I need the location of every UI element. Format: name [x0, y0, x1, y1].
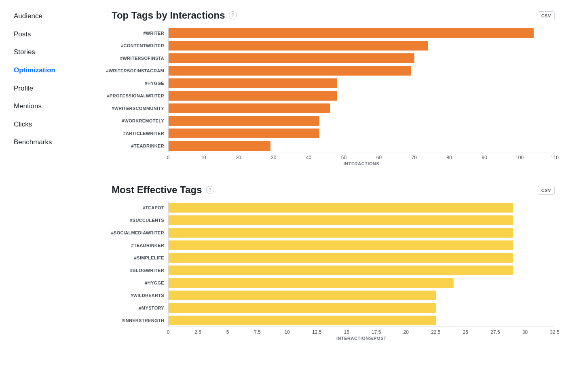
- bar: [169, 215, 513, 225]
- axis-tick: 100: [515, 155, 524, 160]
- help-icon[interactable]: ?: [206, 186, 214, 194]
- panel-title: Most Effective Tags: [112, 184, 202, 196]
- bar: [169, 253, 513, 263]
- axis-tick: 17.5: [372, 329, 381, 335]
- axis-tick: 40: [306, 155, 311, 160]
- axis-tick: 15: [344, 329, 349, 335]
- sidebar-item-audience[interactable]: Audience: [0, 7, 100, 25]
- bar: [169, 66, 411, 76]
- export-csv-button[interactable]: CSV: [538, 186, 555, 195]
- main-content: Top Tags by Interactions ? CSV #WRITER#C…: [100, 0, 566, 392]
- bar-category-label: #ARTICLEWRITER: [112, 127, 168, 139]
- axis-tick: 10: [284, 329, 289, 335]
- sidebar-item-optimization[interactable]: Optimization: [0, 61, 100, 80]
- bar-category-label: #TEAPOT: [112, 201, 168, 214]
- axis-tick: 90: [482, 155, 487, 160]
- bar: [169, 91, 337, 101]
- export-csv-button[interactable]: CSV: [538, 11, 555, 20]
- bar-category-label: #TEADRINKER: [112, 239, 168, 251]
- axis-tick: 110: [551, 155, 559, 160]
- axis-tick: 10: [201, 155, 206, 160]
- sidebar-item-stories[interactable]: Stories: [0, 43, 100, 61]
- bar: [169, 53, 414, 63]
- bar-category-label: #HYGGE: [112, 77, 168, 89]
- axis-tick: 30: [522, 329, 528, 335]
- bar: [169, 228, 513, 238]
- bar-category-label: #INNERSTRENGTH: [112, 314, 168, 327]
- bar-category-label: #WRITER: [112, 27, 168, 39]
- help-icon[interactable]: ?: [229, 11, 237, 19]
- panel-title: Top Tags by Interactions: [112, 10, 225, 21]
- axis-tick: 60: [376, 155, 382, 160]
- sidebar-item-profile[interactable]: Profile: [0, 80, 100, 98]
- axis-tick: 0: [167, 155, 170, 160]
- axis-tick: 70: [412, 155, 417, 160]
- axis-label: INTERACTIONS/POST: [336, 336, 386, 341]
- axis-tick: 7.5: [254, 329, 261, 335]
- bar-category-label: #WILDHEARTS: [112, 289, 168, 301]
- bar: [169, 78, 337, 88]
- sidebar-item-posts[interactable]: Posts: [0, 25, 100, 44]
- axis-tick: 5: [226, 329, 229, 335]
- chart-effective-tags: #TEAPOT#SUCCULENTS#SOCIALMEDIAWRITER#TEA…: [112, 201, 555, 343]
- bar-category-label: #BLOGWRITER: [112, 264, 168, 276]
- axis-tick: 30: [271, 155, 276, 160]
- bar-category-label: #PROFESSIONALWRITER: [112, 89, 168, 102]
- bar: [169, 41, 428, 51]
- panel-top-tags-by-interactions: Top Tags by Interactions ? CSV #WRITER#C…: [112, 10, 555, 168]
- axis-tick: 0: [167, 329, 170, 335]
- bar: [169, 203, 513, 213]
- sidebar: Audience Posts Stories Optimization Prof…: [0, 0, 100, 392]
- bar-category-label: #SOCIALMEDIAWRITER: [112, 226, 168, 239]
- bar-category-label: #MYSTORY: [112, 301, 168, 314]
- bar: [169, 266, 513, 275]
- bar-category-label: #WRITERSCOMMUNITY: [112, 102, 168, 114]
- bar: [169, 129, 319, 138]
- bar-category-label: #TEADRINKER: [112, 139, 168, 152]
- bar: [169, 116, 319, 126]
- axis-label: INTERACTIONS: [344, 161, 380, 166]
- axis-tick: 20: [403, 329, 409, 335]
- bar: [169, 141, 270, 151]
- axis-tick: 80: [447, 155, 452, 160]
- sidebar-item-mentions[interactable]: Mentions: [0, 97, 100, 116]
- bar: [169, 240, 513, 250]
- axis-tick: 22.5: [431, 329, 440, 335]
- axis-tick: 2.5: [194, 329, 201, 335]
- bar-category-label: #SIMPLELIFE: [112, 251, 168, 264]
- panel-most-effective-tags: Most Effective Tags ? CSV #TEAPOT#SUCCUL…: [112, 184, 555, 343]
- bar: [169, 316, 436, 325]
- sidebar-item-clicks[interactable]: Clicks: [0, 116, 100, 134]
- bar: [169, 303, 436, 313]
- bar-category-label: #WORKREMOTELY: [112, 114, 168, 127]
- bar-category-label: #SUCCULENTS: [112, 214, 168, 226]
- axis-tick: 20: [236, 155, 241, 160]
- bar: [169, 28, 534, 38]
- chart-top-tags: #WRITER#CONTENTWRITER#WRITERSOFINSTA#WRI…: [112, 27, 555, 168]
- sidebar-item-benchmarks[interactable]: Benchmarks: [0, 133, 100, 152]
- axis-tick: 25: [463, 329, 468, 335]
- bar: [169, 278, 454, 288]
- axis-tick: 50: [341, 155, 346, 160]
- axis-tick: 27.5: [490, 329, 500, 335]
- bar-category-label: #HYGGE: [112, 276, 168, 289]
- bar-category-label: #CONTENTWRITER: [112, 39, 168, 52]
- bar-category-label: #WRITERSOFINSTA: [112, 52, 168, 64]
- axis-tick: 12.5: [312, 329, 321, 335]
- bar: [169, 291, 436, 300]
- bar: [169, 103, 330, 113]
- axis-tick: 32.5: [550, 329, 559, 335]
- bar-category-label: #WRITERSOFINSTAGRAM: [112, 64, 168, 77]
